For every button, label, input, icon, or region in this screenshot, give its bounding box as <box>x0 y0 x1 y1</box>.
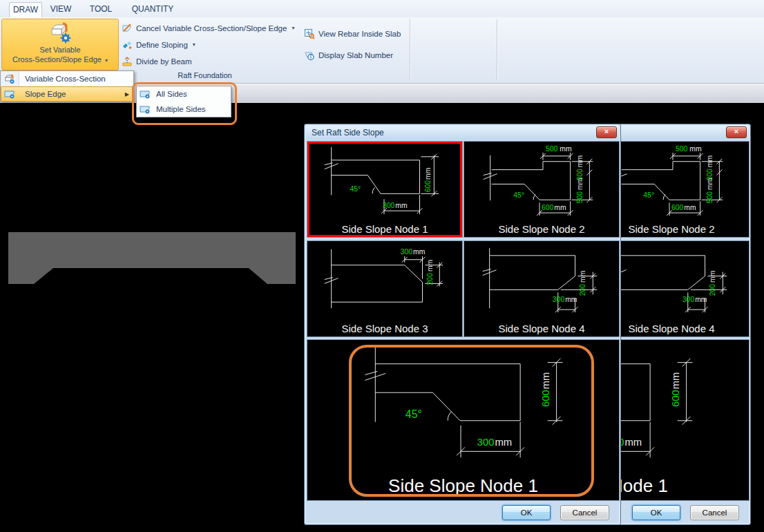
svg-text:600mm: 600mm <box>424 168 432 193</box>
slope-edge-icon <box>4 88 15 99</box>
dialog-title: Set Raft Side Slope <box>312 128 384 137</box>
ribbon-tab-bar: DRAW VIEW TOOL QUANTITY <box>0 0 764 17</box>
svg-text:200mm: 200mm <box>579 271 586 296</box>
option-side-slope-node-4[interactable]: 300mm 200mm Side Slope Node 4 <box>464 240 620 337</box>
svg-text:300mm: 300mm <box>576 155 584 181</box>
option-side-slope-node-1[interactable]: 45° 300mm 600mm Side Slope Node 1 <box>307 141 463 238</box>
display-slab-number-icon <box>304 50 315 61</box>
application-window: { "tab_bar": { "draw": "DRAW", "view": "… <box>0 0 764 532</box>
submenu-item-multiple-sides[interactable]: Multiple Sides <box>137 102 231 117</box>
slope-edge-label: Slope Edge <box>25 90 66 98</box>
cancel-variable-icon <box>122 23 133 34</box>
set-variable-label-line2: Cross-Section/Slope Edge <box>12 55 102 64</box>
dropdown-arrow-icon: ▾ <box>105 57 108 64</box>
panel-caption: Side Slope Node 1 <box>307 475 619 497</box>
ok-button[interactable]: OK <box>632 505 680 520</box>
svg-text:300mm: 300mm <box>477 437 512 448</box>
divide-by-beam-button[interactable]: Divide by Beam <box>122 55 192 67</box>
svg-text:200mm: 200mm <box>709 271 716 296</box>
svg-text:600mm: 600mm <box>542 204 566 211</box>
dropdown-arrow-icon: ▾ <box>292 25 294 31</box>
all-sides-label: All Sides <box>156 90 187 98</box>
set-variable-dropdown-menu: Variable Cross-Section Slope Edge ▶ <box>0 70 134 102</box>
angle-label: 45° <box>513 191 524 199</box>
svg-text:600mm: 600mm <box>670 372 681 407</box>
submenu-arrow-icon: ▶ <box>125 91 129 97</box>
svg-text:300mm: 300mm <box>682 296 707 303</box>
svg-text:600mm: 600mm <box>540 372 551 407</box>
view-rebar-icon <box>304 28 315 39</box>
close-icon[interactable]: × <box>726 126 747 138</box>
panel-caption: Side Slope Node 1 <box>307 223 462 235</box>
menu-item-slope-edge[interactable]: Slope Edge ▶ <box>1 86 133 102</box>
dialog-title-bar: Set Raft Side Slope <box>306 126 619 140</box>
ribbon-group-separator <box>410 19 410 80</box>
svg-text:300mm: 300mm <box>553 296 577 303</box>
raft-slab-cross-section[interactable] <box>8 232 296 284</box>
divide-by-beam-label: Divide by Beam <box>136 57 192 66</box>
set-variable-label-line1: Set Variable <box>2 46 118 54</box>
menu-item-variable-cross-section[interactable]: Variable Cross-Section <box>1 71 133 86</box>
svg-text:500mm: 500mm <box>706 178 714 204</box>
cancel-button[interactable]: Cancel <box>560 505 609 520</box>
tab-quantity[interactable]: QUANTITY <box>126 2 180 17</box>
tab-draw[interactable]: DRAW <box>9 2 42 17</box>
svg-text:500mm: 500mm <box>676 145 702 153</box>
angle-label: 45° <box>350 185 361 193</box>
define-sloping-button[interactable]: Define Sloping ▾ <box>122 39 195 50</box>
svg-text:200mm: 200mm <box>426 260 434 285</box>
divide-by-beam-icon <box>122 56 133 67</box>
panel-caption: Side Slope Node 4 <box>464 323 619 334</box>
option-side-slope-node-3[interactable]: 300mm 200mm Side Slope Node 3 <box>307 240 463 337</box>
svg-text:500mm: 500mm <box>546 145 572 153</box>
cancel-variable-label: Cancel Variable Cross-Section/Slope Edge <box>136 24 287 32</box>
variable-cross-section-label: Variable Cross-Section <box>25 75 106 83</box>
svg-text:300mm: 300mm <box>706 155 714 181</box>
display-slab-number-button[interactable]: Display Slab Number <box>304 49 393 61</box>
view-rebar-inside-slab-button[interactable]: View Rebar Inside Slab <box>304 28 401 39</box>
define-sloping-label: Define Sloping <box>136 41 188 49</box>
variable-cross-section-icon <box>4 73 15 84</box>
tab-view[interactable]: VIEW <box>44 2 77 17</box>
set-variable-cross-section-slope-edge-button[interactable]: Set Variable Cross-Section/Slope Edge ▾ <box>1 19 119 70</box>
slope-edge-icon <box>140 88 151 99</box>
ok-button[interactable]: OK <box>502 505 551 520</box>
set-variable-icon <box>48 22 73 44</box>
view-rebar-label: View Rebar Inside Slab <box>318 30 401 38</box>
slope-edge-icon <box>140 104 151 115</box>
svg-text:600mm: 600mm <box>671 204 696 211</box>
close-icon[interactable]: × <box>596 126 617 138</box>
panel-caption: Side Slope Node 3 <box>307 323 462 334</box>
angle-label: 45° <box>643 191 654 199</box>
slope-edge-submenu: All Sides Multiple Sides <box>136 86 231 117</box>
ribbon-group-separator <box>497 19 497 80</box>
tab-tool[interactable]: TOOL <box>84 2 117 17</box>
define-sloping-icon <box>122 39 133 50</box>
svg-text:300mm: 300mm <box>383 202 408 209</box>
panel-caption: Side Slope Node 2 <box>464 223 619 235</box>
dropdown-arrow-icon: ▾ <box>193 41 195 48</box>
cancel-button[interactable]: Cancel <box>690 505 739 520</box>
svg-text:500mm: 500mm <box>576 178 584 204</box>
angle-label: 45° <box>405 408 422 420</box>
selected-node-preview[interactable]: 45° 300mm 600mm Side Slope Node 1 <box>307 339 620 501</box>
svg-text:300mm: 300mm <box>401 248 426 256</box>
dialog-set-raft-side-slope: Set Raft Side Slope × 45° 300mm 600mm Si… <box>304 124 621 525</box>
display-slab-number-label: Display Slab Number <box>318 51 393 59</box>
submenu-item-all-sides[interactable]: All Sides <box>137 86 231 102</box>
option-side-slope-node-2[interactable]: 45° 500mm 300mm 500mm 600mm Side Slope N… <box>464 141 620 238</box>
multiple-sides-label: Multiple Sides <box>156 105 206 113</box>
cancel-variable-cross-section-button[interactable]: Cancel Variable Cross-Section/Slope Edge… <box>122 22 294 34</box>
